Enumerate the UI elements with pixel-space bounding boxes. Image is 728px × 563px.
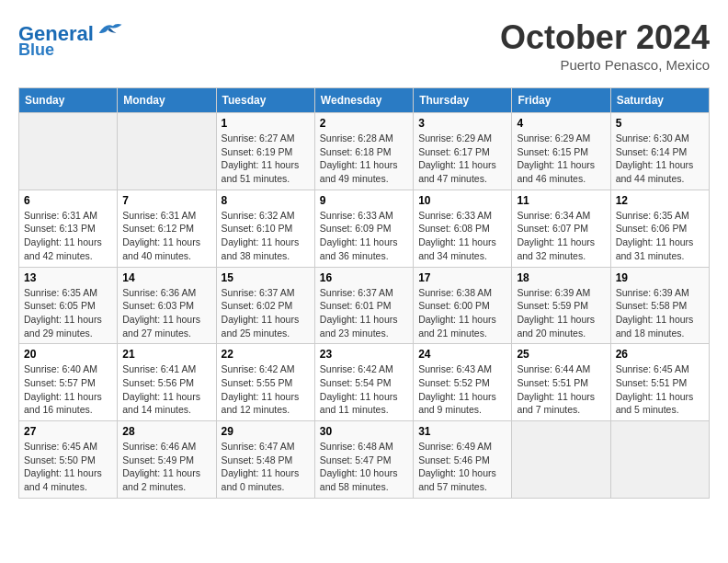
calendar-cell: 2Sunrise: 6:28 AMSunset: 6:18 PMDaylight…: [314, 113, 413, 190]
day-info: Sunrise: 6:49 AMSunset: 5:46 PMDaylight:…: [418, 440, 506, 494]
day-number: 23: [320, 348, 408, 361]
day-info: Sunrise: 6:37 AMSunset: 6:02 PMDaylight:…: [222, 286, 310, 340]
calendar-cell: 29Sunrise: 6:47 AMSunset: 5:48 PMDayligh…: [216, 421, 314, 499]
day-number: 5: [616, 117, 704, 130]
day-info: Sunrise: 6:29 AMSunset: 6:15 PMDaylight:…: [517, 132, 605, 186]
calendar-cell: 27Sunrise: 6:45 AMSunset: 5:50 PMDayligh…: [19, 421, 118, 499]
calendar-cell: 11Sunrise: 6:34 AMSunset: 6:07 PMDayligh…: [512, 190, 610, 267]
day-info: Sunrise: 6:32 AMSunset: 6:10 PMDaylight:…: [222, 209, 310, 263]
day-number: 27: [24, 425, 112, 438]
day-number: 25: [517, 348, 605, 361]
day-info: Sunrise: 6:28 AMSunset: 6:18 PMDaylight:…: [320, 132, 408, 186]
week-row-2: 6Sunrise: 6:31 AMSunset: 6:13 PMDaylight…: [19, 190, 710, 267]
day-info: Sunrise: 6:36 AMSunset: 6:03 PMDaylight:…: [122, 286, 210, 340]
calendar-cell: [610, 421, 709, 499]
title-block: October 2024 Puerto Penasco, Mexico: [500, 18, 710, 73]
page-header: General Blue October 2024 Puerto Penasco…: [18, 18, 710, 73]
calendar-cell: 17Sunrise: 6:38 AMSunset: 6:00 PMDayligh…: [414, 267, 512, 344]
calendar-cell: 18Sunrise: 6:39 AMSunset: 5:59 PMDayligh…: [512, 267, 610, 344]
day-info: Sunrise: 6:27 AMSunset: 6:19 PMDaylight:…: [222, 132, 310, 186]
day-info: Sunrise: 6:45 AMSunset: 5:51 PMDaylight:…: [616, 362, 704, 417]
day-info: Sunrise: 6:33 AMSunset: 6:09 PMDaylight:…: [320, 209, 408, 263]
day-number: 16: [320, 271, 408, 284]
column-header-thursday: Thursday: [414, 88, 512, 113]
day-info: Sunrise: 6:29 AMSunset: 6:17 PMDaylight:…: [418, 132, 506, 186]
day-info: Sunrise: 6:35 AMSunset: 6:06 PMDaylight:…: [616, 209, 704, 263]
day-info: Sunrise: 6:35 AMSunset: 6:05 PMDaylight:…: [24, 286, 112, 340]
calendar-cell: 25Sunrise: 6:44 AMSunset: 5:51 PMDayligh…: [512, 344, 610, 421]
calendar-table: SundayMondayTuesdayWednesdayThursdayFrid…: [18, 87, 710, 499]
day-number: 20: [24, 348, 112, 361]
day-info: Sunrise: 6:33 AMSunset: 6:08 PMDaylight:…: [418, 209, 506, 263]
day-number: 26: [616, 348, 704, 361]
day-number: 28: [122, 425, 210, 438]
calendar-cell: 26Sunrise: 6:45 AMSunset: 5:51 PMDayligh…: [610, 344, 709, 421]
day-info: Sunrise: 6:43 AMSunset: 5:52 PMDaylight:…: [418, 362, 506, 417]
day-number: 21: [122, 348, 210, 361]
day-number: 30: [320, 425, 408, 438]
day-number: 13: [24, 271, 112, 284]
location-subtitle: Puerto Penasco, Mexico: [500, 57, 710, 73]
calendar-cell: 13Sunrise: 6:35 AMSunset: 6:05 PMDayligh…: [19, 267, 118, 344]
calendar-cell: 20Sunrise: 6:40 AMSunset: 5:57 PMDayligh…: [19, 344, 118, 421]
day-info: Sunrise: 6:42 AMSunset: 5:54 PMDaylight:…: [320, 362, 408, 417]
day-number: 22: [222, 348, 310, 361]
calendar-cell: 14Sunrise: 6:36 AMSunset: 6:03 PMDayligh…: [118, 267, 216, 344]
day-info: Sunrise: 6:44 AMSunset: 5:51 PMDaylight:…: [517, 362, 605, 417]
week-row-5: 27Sunrise: 6:45 AMSunset: 5:50 PMDayligh…: [19, 421, 710, 499]
day-number: 24: [418, 348, 506, 361]
calendar-cell: 7Sunrise: 6:31 AMSunset: 6:12 PMDaylight…: [118, 190, 216, 267]
day-number: 12: [616, 194, 704, 207]
day-number: 29: [222, 425, 310, 438]
calendar-cell: 24Sunrise: 6:43 AMSunset: 5:52 PMDayligh…: [414, 344, 512, 421]
day-info: Sunrise: 6:41 AMSunset: 5:56 PMDaylight:…: [122, 362, 210, 417]
header-row: SundayMondayTuesdayWednesdayThursdayFrid…: [19, 88, 710, 113]
calendar-cell: 12Sunrise: 6:35 AMSunset: 6:06 PMDayligh…: [610, 190, 709, 267]
day-info: Sunrise: 6:39 AMSunset: 5:59 PMDaylight:…: [517, 286, 605, 340]
calendar-cell: 31Sunrise: 6:49 AMSunset: 5:46 PMDayligh…: [414, 421, 512, 499]
day-info: Sunrise: 6:38 AMSunset: 6:00 PMDaylight:…: [418, 286, 506, 340]
day-info: Sunrise: 6:48 AMSunset: 5:47 PMDaylight:…: [320, 440, 408, 494]
day-info: Sunrise: 6:30 AMSunset: 6:14 PMDaylight:…: [616, 132, 704, 186]
calendar-cell: [512, 421, 610, 499]
calendar-cell: 5Sunrise: 6:30 AMSunset: 6:14 PMDaylight…: [610, 113, 709, 190]
day-info: Sunrise: 6:47 AMSunset: 5:48 PMDaylight:…: [222, 440, 310, 494]
column-header-monday: Monday: [118, 88, 216, 113]
calendar-cell: [19, 113, 118, 190]
day-number: 14: [122, 271, 210, 284]
calendar-cell: 28Sunrise: 6:46 AMSunset: 5:49 PMDayligh…: [118, 421, 216, 499]
day-number: 1: [222, 117, 310, 130]
column-header-sunday: Sunday: [19, 88, 118, 113]
day-number: 10: [418, 194, 506, 207]
calendar-cell: 1Sunrise: 6:27 AMSunset: 6:19 PMDaylight…: [216, 113, 314, 190]
calendar-cell: 6Sunrise: 6:31 AMSunset: 6:13 PMDaylight…: [19, 190, 118, 267]
calendar-cell: 9Sunrise: 6:33 AMSunset: 6:09 PMDaylight…: [314, 190, 413, 267]
day-number: 11: [517, 194, 605, 207]
day-number: 3: [418, 117, 506, 130]
logo-bird-icon: [96, 18, 123, 40]
day-number: 4: [517, 117, 605, 130]
week-row-4: 20Sunrise: 6:40 AMSunset: 5:57 PMDayligh…: [19, 344, 710, 421]
week-row-3: 13Sunrise: 6:35 AMSunset: 6:05 PMDayligh…: [19, 267, 710, 344]
logo: General Blue: [18, 18, 123, 60]
day-info: Sunrise: 6:34 AMSunset: 6:07 PMDaylight:…: [517, 209, 605, 263]
day-info: Sunrise: 6:45 AMSunset: 5:50 PMDaylight:…: [24, 440, 112, 494]
column-header-wednesday: Wednesday: [314, 88, 413, 113]
day-number: 18: [517, 271, 605, 284]
day-info: Sunrise: 6:39 AMSunset: 5:58 PMDaylight:…: [616, 286, 704, 340]
day-info: Sunrise: 6:31 AMSunset: 6:12 PMDaylight:…: [122, 209, 210, 263]
column-header-tuesday: Tuesday: [216, 88, 314, 113]
week-row-1: 1Sunrise: 6:27 AMSunset: 6:19 PMDaylight…: [19, 113, 710, 190]
column-header-saturday: Saturday: [610, 88, 709, 113]
calendar-cell: 16Sunrise: 6:37 AMSunset: 6:01 PMDayligh…: [314, 267, 413, 344]
calendar-cell: 15Sunrise: 6:37 AMSunset: 6:02 PMDayligh…: [216, 267, 314, 344]
calendar-cell: 10Sunrise: 6:33 AMSunset: 6:08 PMDayligh…: [414, 190, 512, 267]
day-number: 8: [222, 194, 310, 207]
calendar-cell: 19Sunrise: 6:39 AMSunset: 5:58 PMDayligh…: [610, 267, 709, 344]
day-number: 31: [418, 425, 506, 438]
day-number: 19: [616, 271, 704, 284]
day-number: 7: [122, 194, 210, 207]
calendar-cell: 8Sunrise: 6:32 AMSunset: 6:10 PMDaylight…: [216, 190, 314, 267]
day-info: Sunrise: 6:42 AMSunset: 5:55 PMDaylight:…: [222, 362, 310, 417]
calendar-cell: 21Sunrise: 6:41 AMSunset: 5:56 PMDayligh…: [118, 344, 216, 421]
